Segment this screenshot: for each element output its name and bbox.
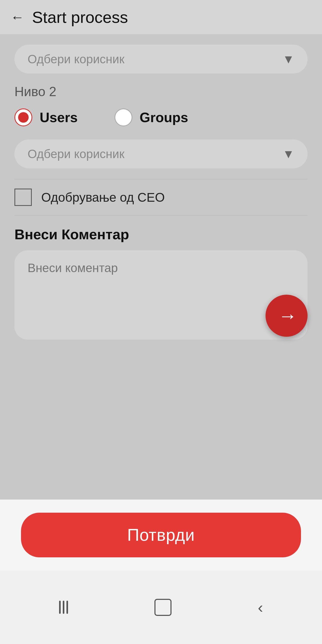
- nav-recent-apps[interactable]: [59, 601, 68, 614]
- confirm-button[interactable]: Потврди: [21, 513, 301, 557]
- nav-line-2: [63, 601, 64, 614]
- radio-groups-circle: [115, 108, 132, 126]
- navigation-bar: ‹: [0, 570, 322, 644]
- nav-home[interactable]: [154, 599, 172, 616]
- comment-input[interactable]: [14, 250, 308, 340]
- nav-line-1: [59, 601, 61, 614]
- nav-back[interactable]: ‹: [258, 598, 263, 616]
- radio-users-inner: [18, 112, 29, 123]
- page-title: Start process: [32, 8, 128, 27]
- header: ← Start process: [0, 0, 322, 34]
- ceo-approval-row[interactable]: Одобрување од CEO: [14, 179, 308, 216]
- recent-apps-icon: [59, 601, 68, 614]
- next-fab-button[interactable]: →: [266, 295, 308, 337]
- nav-line-3: [66, 601, 68, 614]
- comment-section-title: Внеси Коментар: [14, 226, 308, 242]
- radio-groups[interactable]: Groups: [115, 108, 188, 126]
- level2-dropdown-arrow-icon: ▼: [282, 147, 294, 161]
- level2-dropdown-label: Одбери корисник: [28, 147, 124, 161]
- next-arrow-icon: →: [278, 305, 297, 326]
- back-button[interactable]: ←: [11, 10, 24, 24]
- radio-groups-label: Groups: [140, 110, 188, 125]
- level1-user-dropdown[interactable]: Одбери корисник ▼: [14, 45, 308, 74]
- ceo-approval-checkbox[interactable]: [14, 189, 32, 206]
- level2-user-dropdown[interactable]: Одбери корисник ▼: [14, 139, 308, 168]
- radio-group: Users Groups: [14, 108, 308, 126]
- radio-users[interactable]: Users: [14, 108, 78, 126]
- radio-users-label: Users: [40, 110, 78, 125]
- radio-users-circle: [14, 108, 32, 126]
- level1-dropdown-label: Одбери корисник: [28, 52, 124, 66]
- back-nav-icon: ‹: [258, 598, 263, 616]
- level1-dropdown-arrow-icon: ▼: [282, 52, 294, 66]
- ceo-approval-label: Одобрување од CEO: [41, 190, 165, 205]
- home-icon: [154, 599, 172, 616]
- bottom-confirm-area: Потврди: [0, 500, 322, 570]
- level2-label: Ниво 2: [14, 84, 308, 99]
